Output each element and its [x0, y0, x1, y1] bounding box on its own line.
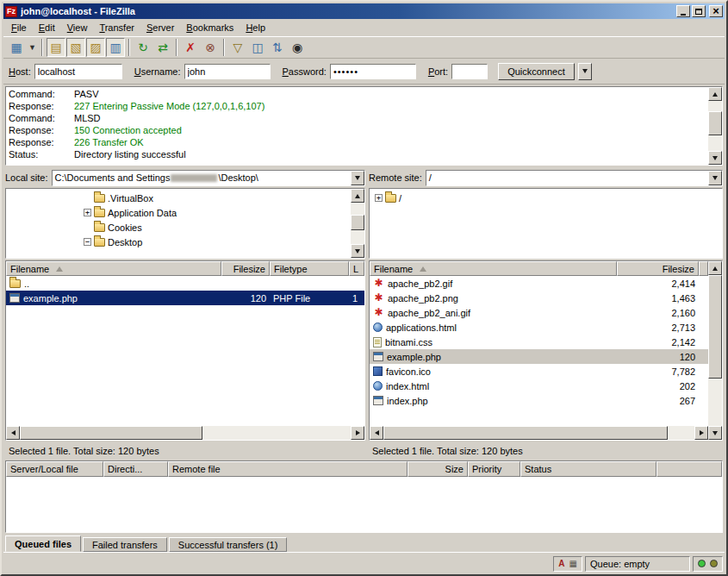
log-scrollbar[interactable]: [708, 87, 722, 165]
local-tree-scrollbar[interactable]: [351, 189, 364, 258]
username-input[interactable]: [184, 64, 271, 79]
remote-file-row-apache-pb2-gif[interactable]: ✱apache_pb2.gif2,414: [370, 276, 708, 291]
scroll-right-button[interactable]: [694, 426, 708, 440]
scroll-up-button[interactable]: [708, 261, 722, 275]
process-queue-button[interactable]: ⇄: [153, 38, 172, 57]
find-button[interactable]: ◉: [288, 38, 307, 57]
tree-item-desktop[interactable]: −Desktop: [6, 235, 351, 249]
toggle-queue-button[interactable]: ▥: [106, 38, 125, 57]
tree-collapse-minus-icon[interactable]: −: [84, 238, 91, 246]
column-header-filesize[interactable]: Filesize: [221, 261, 270, 276]
scroll-thumb[interactable]: [708, 275, 722, 379]
tree-item-cookies[interactable]: Cookies: [6, 220, 351, 235]
site-manager-button[interactable]: ▦: [7, 38, 26, 57]
port-input[interactable]: [451, 64, 488, 79]
column-header-size[interactable]: Size: [408, 461, 468, 477]
scroll-thumb[interactable]: [383, 426, 668, 440]
remote-site-combo[interactable]: /: [426, 170, 723, 186]
site-manager-dropdown-button[interactable]: ▼: [27, 38, 38, 57]
remote-file-row-applications-html[interactable]: applications.html2,713: [370, 320, 708, 335]
host-input[interactable]: [34, 64, 122, 79]
scroll-thumb[interactable]: [351, 215, 364, 230]
scroll-track[interactable]: [383, 426, 694, 440]
column-header-server-local-file[interactable]: Server/Local file: [6, 461, 103, 477]
local-file-row-example-php[interactable]: example.php120PHP File1: [6, 291, 364, 305]
filter-button[interactable]: ▽: [228, 38, 247, 57]
quickconnect-button[interactable]: Quickconnect: [498, 63, 575, 80]
tree-item-application-data[interactable]: +Application Data: [6, 205, 351, 220]
status-indicator-icon-2[interactable]: ▦: [569, 560, 577, 568]
menu-item-edit[interactable]: Edit: [33, 20, 61, 35]
tab-successful-transfers-1[interactable]: Successful transfers (1): [169, 537, 288, 552]
close-button[interactable]: [709, 5, 723, 17]
scroll-track[interactable]: [20, 426, 351, 440]
column-header-filetype[interactable]: Filetype: [270, 261, 349, 276]
password-input[interactable]: [330, 64, 416, 79]
column-header-l[interactable]: L: [349, 261, 364, 276]
scroll-thumb[interactable]: [708, 111, 722, 135]
quickconnect-dropdown-button[interactable]: [578, 63, 592, 80]
menu-item-view[interactable]: View: [61, 20, 94, 35]
tab-queued-files[interactable]: Queued files: [5, 535, 81, 552]
maximize-button[interactable]: [692, 5, 706, 17]
column-header-priority[interactable]: Priority: [468, 461, 520, 477]
scroll-left-button[interactable]: [6, 426, 20, 440]
remote-file-main: FilenameFilesize ✱apache_pb2.gif2,414✱ap…: [370, 261, 708, 440]
column-header-filename[interactable]: Filename: [6, 261, 221, 276]
tree-expand-plus-icon[interactable]: +: [375, 194, 383, 202]
status-indicator-icon-1[interactable]: A: [558, 560, 564, 568]
local-site-dropdown-button[interactable]: [351, 171, 364, 185]
column-header-directi[interactable]: Directi...: [103, 461, 168, 477]
remote-file-row-apache-pb2-ani-gif[interactable]: ✱apache_pb2_ani.gif2,160: [370, 305, 708, 320]
scroll-right-button[interactable]: [351, 426, 364, 440]
remote-file-row-favicon-ico[interactable]: favicon.ico7,782: [370, 364, 708, 379]
menu-item-file[interactable]: File: [5, 20, 33, 35]
scroll-up-button[interactable]: [708, 87, 722, 101]
queue-body[interactable]: [6, 477, 722, 532]
remote-site-dropdown-button[interactable]: [708, 171, 722, 185]
menu-item-help[interactable]: Help: [240, 20, 271, 35]
toggle-local-tree-button[interactable]: ▧: [66, 38, 85, 57]
tab-failed-transfers[interactable]: Failed transfers: [83, 537, 167, 552]
column-header-filesize[interactable]: Filesize: [617, 261, 699, 276]
remote-file-row-index-php[interactable]: index.php267: [370, 393, 708, 408]
log-line-type: Status:: [9, 148, 74, 160]
scroll-track[interactable]: [708, 101, 722, 151]
title-bar[interactable]: Fz john@localhost - FileZilla: [3, 3, 725, 19]
scroll-up-button[interactable]: [351, 189, 364, 203]
scroll-track[interactable]: [351, 203, 364, 244]
column-header-filename[interactable]: Filename: [370, 261, 617, 276]
tree-item-virtualbox[interactable]: .VirtualBox: [6, 191, 351, 205]
remote-file-row-example-php[interactable]: example.php120: [370, 349, 708, 364]
scroll-left-button[interactable]: [370, 426, 383, 440]
remote-vertical-scrollbar[interactable]: [708, 261, 722, 440]
remote-site-label: Remote site:: [369, 172, 422, 183]
local-horizontal-scrollbar[interactable]: [6, 426, 364, 440]
column-header-remote-file[interactable]: Remote file: [168, 461, 408, 477]
minimize-button[interactable]: [676, 5, 690, 17]
remote-horizontal-scrollbar[interactable]: [370, 426, 708, 440]
scroll-down-button[interactable]: [351, 244, 364, 258]
remote-file-row-bitnami-css[interactable]: bitnami.css2,142: [370, 335, 708, 349]
scroll-down-button[interactable]: [708, 151, 722, 165]
scroll-down-button[interactable]: [708, 426, 722, 440]
compare-button[interactable]: ◫: [248, 38, 267, 57]
scroll-thumb[interactable]: [20, 426, 202, 440]
menu-item-bookmarks[interactable]: Bookmarks: [180, 20, 240, 35]
cancel-button[interactable]: ✗: [181, 38, 200, 57]
local-file-row-item[interactable]: ..: [6, 276, 364, 291]
disconnect-button[interactable]: ⊗: [201, 38, 220, 57]
local-site-combo[interactable]: C:\Documents and Settings\Desktop\: [52, 170, 365, 186]
tree-item-item[interactable]: +/: [370, 191, 722, 205]
menu-item-transfer[interactable]: Transfer: [93, 20, 140, 35]
refresh-button[interactable]: ↻: [134, 38, 152, 57]
remote-file-row-apache-pb2-png[interactable]: ✱apache_pb2.png1,463: [370, 291, 708, 305]
tree-expand-plus-icon[interactable]: +: [84, 209, 91, 216]
toggle-message-log-button[interactable]: ▤: [47, 38, 65, 57]
sync-browsing-button[interactable]: ⇅: [268, 38, 287, 57]
menu-item-server[interactable]: Server: [140, 20, 180, 35]
column-header-status[interactable]: Status: [520, 461, 656, 477]
scroll-track[interactable]: [708, 275, 722, 426]
toggle-remote-tree-button[interactable]: ▨: [86, 38, 105, 57]
remote-file-row-index-html[interactable]: index.html202: [370, 379, 708, 393]
